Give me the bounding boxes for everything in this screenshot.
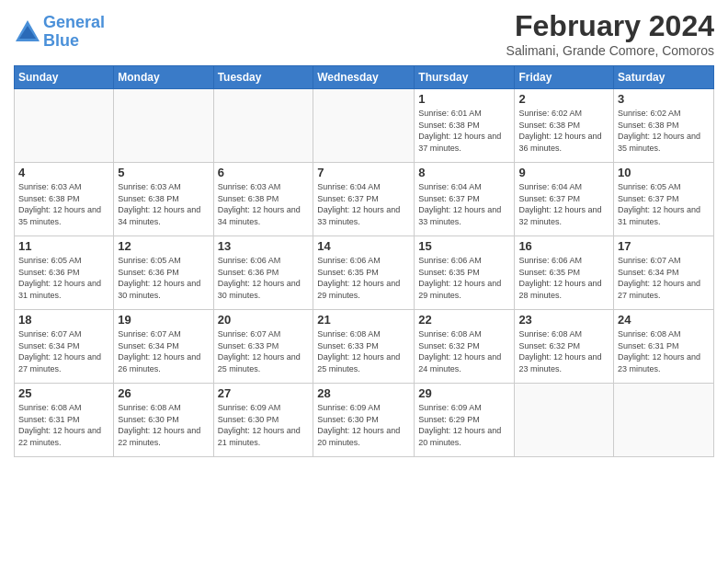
- calendar-day-cell: [114, 89, 213, 163]
- day-number: 4: [18, 166, 109, 179]
- calendar-day-cell: [15, 89, 114, 163]
- calendar-header-row: SundayMondayTuesdayWednesdayThursdayFrid…: [15, 66, 714, 89]
- day-number: 29: [418, 386, 510, 400]
- day-number: 13: [218, 239, 310, 253]
- day-info: Sunrise: 6:06 AM Sunset: 6:35 PM Dayligh…: [518, 255, 609, 301]
- day-info: Sunrise: 6:06 AM Sunset: 6:36 PM Dayligh…: [218, 255, 310, 301]
- day-number: 20: [218, 313, 310, 327]
- day-number: 23: [518, 313, 609, 327]
- calendar-day-cell: 2Sunrise: 6:02 AM Sunset: 6:38 PM Daylig…: [515, 89, 614, 163]
- day-number: 26: [118, 386, 209, 400]
- calendar-day-cell: 4Sunrise: 6:03 AM Sunset: 6:38 PM Daylig…: [15, 163, 114, 236]
- day-info: Sunrise: 6:08 AM Sunset: 6:33 PM Dayligh…: [317, 328, 410, 374]
- calendar-day-cell: 14Sunrise: 6:06 AM Sunset: 6:35 PM Dayli…: [313, 236, 415, 310]
- calendar-day-cell: 24Sunrise: 6:08 AM Sunset: 6:31 PM Dayli…: [614, 310, 714, 384]
- calendar-day-cell: [614, 384, 714, 457]
- calendar-day-cell: 26Sunrise: 6:08 AM Sunset: 6:30 PM Dayli…: [114, 384, 213, 457]
- day-number: 25: [18, 386, 109, 400]
- calendar-day-cell: 29Sunrise: 6:09 AM Sunset: 6:29 PM Dayli…: [415, 384, 515, 457]
- calendar-day-cell: 23Sunrise: 6:08 AM Sunset: 6:32 PM Dayli…: [515, 310, 614, 384]
- calendar-day-cell: 27Sunrise: 6:09 AM Sunset: 6:30 PM Dayli…: [213, 384, 313, 457]
- day-info: Sunrise: 6:08 AM Sunset: 6:31 PM Dayligh…: [618, 328, 710, 374]
- logo: General Blue: [14, 14, 105, 51]
- day-number: 22: [418, 313, 510, 327]
- day-number: 2: [518, 92, 609, 106]
- calendar-day-cell: 17Sunrise: 6:07 AM Sunset: 6:34 PM Dayli…: [614, 236, 714, 310]
- calendar-weekday-header: Sunday: [15, 66, 114, 89]
- day-number: 27: [218, 386, 310, 400]
- day-number: 12: [118, 239, 209, 253]
- day-info: Sunrise: 6:07 AM Sunset: 6:34 PM Dayligh…: [18, 328, 109, 374]
- day-info: Sunrise: 6:06 AM Sunset: 6:35 PM Dayligh…: [418, 255, 510, 301]
- day-info: Sunrise: 6:05 AM Sunset: 6:37 PM Dayligh…: [618, 181, 710, 227]
- day-info: Sunrise: 6:01 AM Sunset: 6:38 PM Dayligh…: [418, 108, 510, 154]
- day-number: 14: [317, 239, 410, 253]
- calendar-table: SundayMondayTuesdayWednesdayThursdayFrid…: [14, 65, 714, 457]
- day-number: 15: [418, 239, 510, 253]
- title-area: February 2024 Salimani, Grande Comore, C…: [506, 9, 714, 58]
- calendar-day-cell: 3Sunrise: 6:02 AM Sunset: 6:38 PM Daylig…: [614, 89, 714, 163]
- day-number: 9: [518, 166, 609, 179]
- day-number: 17: [618, 239, 710, 253]
- day-info: Sunrise: 6:03 AM Sunset: 6:38 PM Dayligh…: [218, 181, 310, 227]
- calendar-day-cell: 18Sunrise: 6:07 AM Sunset: 6:34 PM Dayli…: [15, 310, 114, 384]
- calendar-week-row: 1Sunrise: 6:01 AM Sunset: 6:38 PM Daylig…: [15, 89, 714, 163]
- calendar-week-row: 4Sunrise: 6:03 AM Sunset: 6:38 PM Daylig…: [15, 163, 714, 236]
- day-info: Sunrise: 6:05 AM Sunset: 6:36 PM Dayligh…: [18, 255, 109, 301]
- day-info: Sunrise: 6:04 AM Sunset: 6:37 PM Dayligh…: [518, 181, 609, 227]
- day-info: Sunrise: 6:09 AM Sunset: 6:29 PM Dayligh…: [418, 402, 510, 448]
- calendar-weekday-header: Tuesday: [213, 66, 313, 89]
- calendar-weekday-header: Thursday: [415, 66, 515, 89]
- page: General Blue February 2024 Salimani, Gra…: [0, 0, 728, 563]
- calendar-day-cell: 11Sunrise: 6:05 AM Sunset: 6:36 PM Dayli…: [15, 236, 114, 310]
- day-number: 11: [18, 239, 109, 253]
- day-number: 24: [618, 313, 710, 327]
- calendar-day-cell: 10Sunrise: 6:05 AM Sunset: 6:37 PM Dayli…: [614, 163, 714, 236]
- calendar-day-cell: 5Sunrise: 6:03 AM Sunset: 6:38 PM Daylig…: [114, 163, 213, 236]
- calendar-day-cell: 25Sunrise: 6:08 AM Sunset: 6:31 PM Dayli…: [15, 384, 114, 457]
- calendar-day-cell: [515, 384, 614, 457]
- day-number: 6: [218, 166, 310, 179]
- day-number: 21: [317, 313, 410, 327]
- day-info: Sunrise: 6:07 AM Sunset: 6:33 PM Dayligh…: [218, 328, 310, 374]
- day-info: Sunrise: 6:05 AM Sunset: 6:36 PM Dayligh…: [118, 255, 209, 301]
- calendar-weekday-header: Saturday: [614, 66, 714, 89]
- calendar-day-cell: 22Sunrise: 6:08 AM Sunset: 6:32 PM Dayli…: [415, 310, 515, 384]
- logo-icon: [14, 18, 41, 46]
- day-number: 7: [317, 166, 410, 179]
- day-info: Sunrise: 6:07 AM Sunset: 6:34 PM Dayligh…: [118, 328, 209, 374]
- calendar-day-cell: 7Sunrise: 6:04 AM Sunset: 6:37 PM Daylig…: [313, 163, 415, 236]
- day-number: 18: [18, 313, 109, 327]
- calendar-day-cell: 16Sunrise: 6:06 AM Sunset: 6:35 PM Dayli…: [515, 236, 614, 310]
- day-info: Sunrise: 6:09 AM Sunset: 6:30 PM Dayligh…: [218, 402, 310, 448]
- month-title: February 2024: [506, 9, 714, 43]
- header: General Blue February 2024 Salimani, Gra…: [14, 9, 714, 58]
- day-info: Sunrise: 6:04 AM Sunset: 6:37 PM Dayligh…: [317, 181, 410, 227]
- calendar-day-cell: 20Sunrise: 6:07 AM Sunset: 6:33 PM Dayli…: [213, 310, 313, 384]
- calendar-day-cell: 28Sunrise: 6:09 AM Sunset: 6:30 PM Dayli…: [313, 384, 415, 457]
- calendar-day-cell: 12Sunrise: 6:05 AM Sunset: 6:36 PM Dayli…: [114, 236, 213, 310]
- calendar-day-cell: 19Sunrise: 6:07 AM Sunset: 6:34 PM Dayli…: [114, 310, 213, 384]
- day-info: Sunrise: 6:08 AM Sunset: 6:31 PM Dayligh…: [18, 402, 109, 448]
- day-info: Sunrise: 6:06 AM Sunset: 6:35 PM Dayligh…: [317, 255, 410, 301]
- calendar-day-cell: 8Sunrise: 6:04 AM Sunset: 6:37 PM Daylig…: [415, 163, 515, 236]
- day-number: 19: [118, 313, 209, 327]
- calendar-week-row: 25Sunrise: 6:08 AM Sunset: 6:31 PM Dayli…: [15, 384, 714, 457]
- calendar-weekday-header: Monday: [114, 66, 213, 89]
- calendar-weekday-header: Wednesday: [313, 66, 415, 89]
- day-number: 8: [418, 166, 510, 179]
- location-subtitle: Salimani, Grande Comore, Comoros: [506, 43, 714, 58]
- day-number: 10: [618, 166, 710, 179]
- logo-line2: Blue: [43, 31, 79, 50]
- day-number: 3: [618, 92, 710, 106]
- day-info: Sunrise: 6:08 AM Sunset: 6:30 PM Dayligh…: [118, 402, 209, 448]
- day-info: Sunrise: 6:07 AM Sunset: 6:34 PM Dayligh…: [618, 255, 710, 301]
- calendar-day-cell: 1Sunrise: 6:01 AM Sunset: 6:38 PM Daylig…: [415, 89, 515, 163]
- calendar-day-cell: 6Sunrise: 6:03 AM Sunset: 6:38 PM Daylig…: [213, 163, 313, 236]
- day-info: Sunrise: 6:02 AM Sunset: 6:38 PM Dayligh…: [618, 108, 710, 154]
- calendar-week-row: 11Sunrise: 6:05 AM Sunset: 6:36 PM Dayli…: [15, 236, 714, 310]
- calendar-week-row: 18Sunrise: 6:07 AM Sunset: 6:34 PM Dayli…: [15, 310, 714, 384]
- day-number: 1: [418, 92, 510, 106]
- day-info: Sunrise: 6:09 AM Sunset: 6:30 PM Dayligh…: [317, 402, 410, 448]
- day-info: Sunrise: 6:08 AM Sunset: 6:32 PM Dayligh…: [518, 328, 609, 374]
